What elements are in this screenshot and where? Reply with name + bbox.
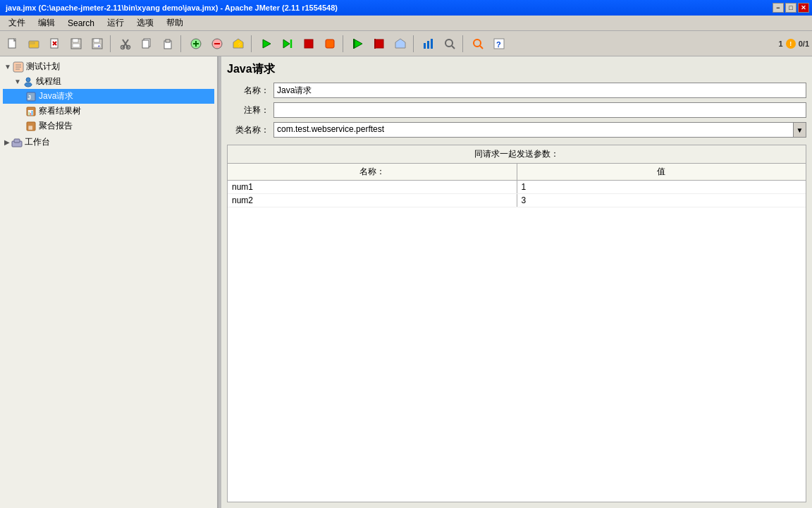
browse-button[interactable] (440, 34, 460, 54)
tree-item-java-request[interactable]: J Java请求 (3, 89, 214, 104)
svg-line-44 (480, 46, 483, 49)
result-tree-label: 察看结果树 (39, 105, 81, 117)
menu-options[interactable]: 选项 (131, 16, 159, 30)
warning-icon: ! (786, 39, 796, 49)
window-controls: − □ ✕ (773, 3, 809, 13)
copy-button[interactable] (137, 34, 156, 54)
tree-item-result-tree[interactable]: 📊 察看结果树 (3, 104, 214, 119)
svg-text:▦: ▦ (28, 125, 33, 130)
thread-group-label: 线程组 (36, 75, 61, 87)
page-title: Java请求 (227, 62, 806, 77)
remote-stop-all-button[interactable] (369, 34, 389, 54)
menu-bar: 文件 编辑 Search 运行 选项 帮助 (0, 16, 812, 31)
workbench-label: 工作台 (25, 136, 50, 148)
svg-text:?: ? (496, 40, 501, 49)
sep4 (343, 35, 345, 52)
svg-rect-20 (166, 40, 170, 42)
tree-item-test-plan[interactable]: ▼ 测试计划 (3, 59, 214, 74)
test-plan-label: 测试计划 (26, 61, 60, 73)
comment-label: 注释： (227, 104, 269, 116)
params-header: 同请求一起发送参数： (228, 145, 806, 164)
tree-panel: ▼ 测试计划 ▼ 线程组 J Java请求 📊 察看结果树 ▦ 聚合报告 ▶ (0, 56, 219, 508)
svg-marker-28 (263, 40, 271, 48)
tree-toggle: ▼ (14, 78, 21, 85)
window-title: java.jmx (C:\apache-jmeter-2.11\bin\xyan… (3, 4, 773, 12)
run-counter: 0/1 (799, 40, 809, 48)
tree-toggle: ▼ (4, 63, 11, 71)
svg-rect-2 (29, 42, 35, 44)
comment-row: 注释： (227, 102, 806, 118)
sep2 (180, 35, 183, 52)
tree-item-thread-group[interactable]: ▼ 线程组 (3, 74, 214, 89)
params-section: 同请求一起发送参数： 名称： 值 num1 1 num2 3 (227, 145, 806, 502)
help-button[interactable]: ? (489, 34, 509, 54)
comment-input[interactable] (273, 102, 806, 118)
content-panel: Java请求 名称： 注释： 类名称： com.test.webservice.… (221, 56, 812, 508)
sep6 (462, 35, 465, 52)
menu-run[interactable]: 运行 (102, 16, 130, 30)
svg-rect-40 (431, 39, 433, 49)
shutdown-button[interactable] (320, 34, 340, 54)
col-name-header: 名称： (228, 164, 517, 180)
save-button[interactable] (66, 34, 86, 54)
classname-label: 类名称： (227, 124, 269, 136)
save-as-button[interactable]: * (87, 34, 107, 54)
paste-button[interactable] (158, 34, 178, 54)
svg-marker-37 (395, 39, 405, 48)
classname-dropdown-button[interactable]: ▼ (793, 123, 806, 137)
cut-button[interactable] (116, 34, 135, 54)
classname-select-wrapper: com.test.webservice.perftest ▼ (273, 122, 806, 138)
sep3 (251, 35, 254, 52)
param-name-2: num2 (228, 194, 517, 207)
svg-rect-31 (304, 40, 313, 48)
svg-line-42 (452, 46, 455, 49)
remote-start-button[interactable] (348, 34, 368, 54)
remove-node-button[interactable] (207, 34, 227, 54)
title-bar: java.jmx (C:\apache-jmeter-2.11\bin\xyan… (0, 0, 812, 16)
analyze-button[interactable] (419, 34, 438, 54)
maximize-button[interactable]: □ (785, 3, 796, 13)
svg-rect-60 (14, 139, 20, 143)
stop-button[interactable] (299, 34, 319, 54)
svg-rect-35 (375, 40, 383, 48)
table-row[interactable]: num2 3 (228, 194, 806, 207)
tree-toggle: ▶ (4, 138, 10, 146)
name-input[interactable] (273, 83, 806, 98)
svg-marker-29 (283, 40, 290, 48)
close-button[interactable]: ✕ (798, 3, 809, 13)
warning-count: 1 (779, 40, 783, 48)
menu-help[interactable]: 帮助 (161, 16, 189, 30)
new-button[interactable] (3, 34, 23, 54)
svg-text:📊: 📊 (27, 109, 34, 116)
svg-rect-38 (424, 43, 426, 49)
open-button[interactable] (24, 34, 44, 54)
svg-text:⚡: ⚡ (236, 40, 245, 49)
search-button[interactable] (468, 34, 488, 54)
svg-point-43 (474, 40, 481, 47)
tree-item-workbench[interactable]: ▶ 工作台 (3, 135, 214, 150)
menu-file[interactable]: 文件 (3, 16, 31, 30)
classname-value: com.test.webservice.perftest (274, 123, 793, 137)
menu-edit[interactable]: 编辑 (32, 16, 61, 30)
aggregate-report-label: 聚合报告 (39, 120, 73, 132)
sep1 (110, 35, 113, 52)
close-tab-button[interactable] (45, 34, 65, 54)
minimize-button[interactable]: − (773, 3, 784, 13)
params-table-body: num1 1 num2 3 (228, 181, 806, 502)
params-table-header: 名称： 值 (228, 164, 806, 181)
name-label: 名称： (227, 85, 269, 97)
svg-rect-8 (73, 44, 80, 47)
run-button[interactable] (257, 34, 276, 54)
svg-text:J: J (27, 94, 31, 101)
tree-item-aggregate-report[interactable]: ▦ 聚合报告 (3, 119, 214, 133)
svg-point-52 (25, 83, 32, 87)
clear-button[interactable]: ⚡ (228, 34, 248, 54)
add-node-button[interactable] (186, 34, 206, 54)
table-row[interactable]: num1 1 (228, 181, 806, 194)
menu-search[interactable]: Search (62, 17, 100, 30)
classname-row: 类名称： com.test.webservice.perftest ▼ (227, 122, 806, 138)
run-no-pause-button[interactable] (278, 34, 297, 54)
remote-clear-button[interactable] (390, 34, 410, 54)
svg-rect-18 (142, 40, 149, 48)
name-row: 名称： (227, 83, 806, 98)
